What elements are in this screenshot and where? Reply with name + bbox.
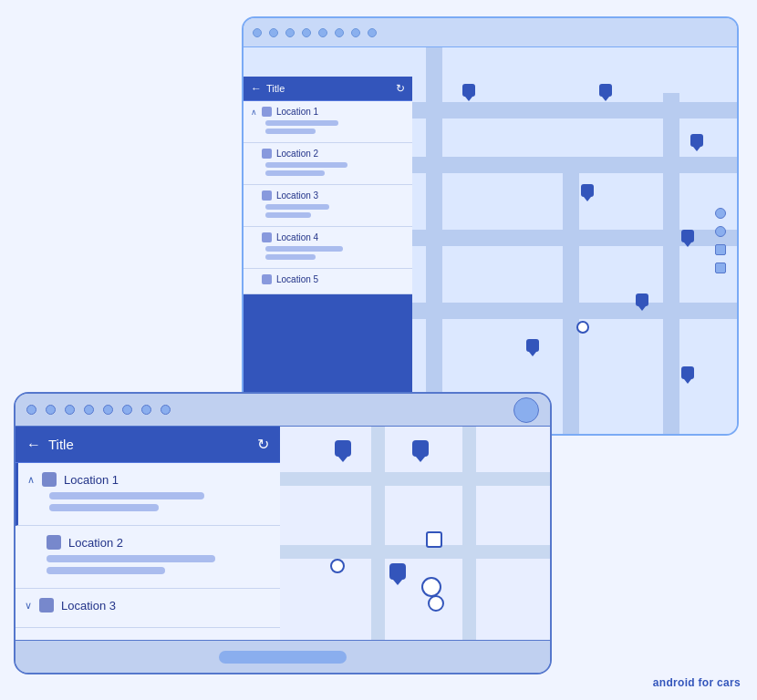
list-item[interactable]: Location 2 [244, 143, 412, 185]
chevron-up-icon: ∧ [27, 474, 35, 486]
map-pin [335, 440, 351, 458]
location-bar [49, 504, 159, 511]
map-pin [389, 563, 406, 582]
location-name: Location 1 [64, 473, 119, 487]
map-circle [576, 321, 589, 334]
scroll-square [715, 262, 726, 273]
chevron-up-icon: ∧ [251, 108, 257, 117]
list-item[interactable]: Location 3 [244, 185, 412, 227]
front-sidebar-header: ← Title ↻ [16, 427, 280, 463]
location-bar [265, 170, 325, 176]
location-bar [265, 254, 316, 260]
map-pin [681, 366, 694, 384]
chrome-dot-2 [269, 28, 278, 37]
list-item[interactable]: Location 2 [16, 526, 280, 589]
brand-prefix: android [653, 676, 695, 689]
map-circle [428, 595, 444, 612]
back-window-chrome [244, 18, 737, 47]
location-header: Location 2 [251, 149, 405, 159]
brand-suffix: for cars [699, 676, 741, 689]
map-pin [636, 293, 648, 311]
back-panel-title: Title [266, 83, 285, 94]
map-pin [690, 134, 703, 151]
road [408, 102, 739, 118]
chrome-dot [141, 405, 151, 415]
road [563, 157, 579, 436]
chrome-dot-8 [368, 28, 377, 37]
road [280, 472, 550, 486]
location-name: Location 4 [276, 232, 318, 242]
location-header: ∧ Location 1 [27, 472, 269, 487]
location-bar [49, 492, 204, 499]
chrome-dot-6 [335, 28, 344, 37]
location-header: Location 3 [251, 190, 405, 201]
location-bar [265, 246, 343, 252]
location-header: Location 5 [251, 274, 405, 284]
location-name: Location 5 [276, 274, 318, 284]
front-sidebar-list: ∧ Location 1 Location 2 [16, 463, 280, 640]
chrome-dot-3 [285, 28, 295, 37]
road [280, 545, 550, 559]
chrome-dot [65, 405, 75, 415]
back-scroll-indicators [715, 208, 726, 273]
map-pin [599, 84, 612, 101]
list-item[interactable]: ∨ Location 3 [16, 589, 280, 628]
location-icon [47, 535, 61, 550]
road [371, 427, 385, 640]
chrome-dot-4 [302, 28, 311, 37]
back-panel: ← Title ↻ ∧ Location 1 [244, 77, 412, 434]
chrome-home-button[interactable] [513, 397, 539, 423]
back-window-map: ← Title ↻ ∧ Location 1 [244, 47, 737, 434]
location-bar [47, 567, 165, 574]
chrome-dot [122, 405, 132, 415]
location-name: Location 2 [276, 149, 318, 159]
location-header: Location 2 [25, 535, 269, 550]
map-pin [412, 440, 429, 458]
location-name: Location 1 [276, 107, 318, 117]
location-bar [265, 120, 338, 126]
front-sidebar: ← Title ↻ ∧ Location 1 [16, 427, 280, 640]
front-bottom-bar [16, 640, 550, 673]
chrome-dot [103, 405, 113, 415]
list-item[interactable]: Location 4 [244, 227, 412, 269]
location-name: Location 2 [68, 536, 123, 550]
map-pin [526, 339, 539, 356]
location-icon [42, 472, 57, 487]
location-header: ∧ Location 1 [251, 107, 405, 117]
back-panel-header-left: ← Title [251, 82, 285, 95]
front-sidebar-header-left: ← Title [26, 437, 74, 453]
map-square [426, 531, 442, 548]
road [663, 93, 679, 436]
list-item[interactable]: Location 5 [244, 269, 412, 294]
back-panel-header: ← Title ↻ [244, 77, 412, 101]
list-item[interactable]: ∧ Location 1 [16, 463, 280, 526]
list-item[interactable]: ∧ Location 1 [244, 101, 412, 143]
brand-label: android for cars [653, 676, 741, 689]
front-back-arrow-icon[interactable]: ← [26, 437, 41, 453]
back-arrow-icon[interactable]: ← [251, 82, 262, 95]
location-icon [262, 107, 272, 117]
chrome-dot [26, 405, 36, 415]
back-window: ← Title ↻ ∧ Location 1 [242, 16, 739, 436]
chevron-down-icon: ∨ [25, 600, 32, 612]
chrome-dot-5 [318, 28, 327, 37]
bottom-pill [219, 651, 347, 664]
location-name: Location 3 [61, 599, 116, 612]
map-circle [421, 577, 441, 597]
location-icon [39, 598, 54, 612]
road [462, 427, 476, 640]
front-content: ← Title ↻ ∧ Location 1 [16, 427, 550, 640]
chrome-dot-7 [351, 28, 360, 37]
location-icon [262, 274, 272, 284]
map-circle [330, 559, 345, 573]
scroll-square [715, 244, 726, 255]
front-map [280, 427, 550, 640]
location-icon [262, 232, 272, 242]
front-window: ← Title ↻ ∧ Location 1 [14, 392, 552, 674]
front-refresh-icon[interactable]: ↻ [257, 436, 269, 453]
location-name: Location 3 [276, 190, 318, 201]
scroll-dot [715, 208, 726, 219]
location-bar [265, 212, 311, 218]
chrome-dot [161, 405, 171, 415]
back-refresh-icon[interactable]: ↻ [396, 82, 405, 95]
